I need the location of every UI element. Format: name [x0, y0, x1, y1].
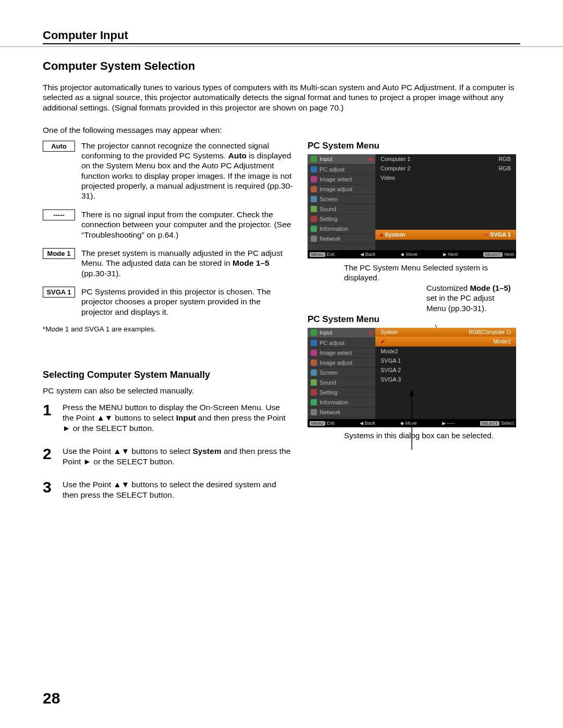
message-text: The preset system is manually adjusted i…	[81, 248, 293, 278]
step: 2Use the Point ▲▼ buttons to select Syst…	[43, 446, 293, 467]
osd-menu-item: Network	[308, 234, 375, 244]
section-header: Computer Input	[43, 29, 520, 44]
osd-menu-item: Sound	[308, 378, 375, 388]
divider	[0, 46, 563, 47]
osd-menu-icon	[311, 226, 317, 232]
osd-menu-icon	[311, 206, 317, 212]
osd-menu-icon	[311, 369, 317, 376]
osd-footer-item: SELECTNext	[483, 252, 514, 257]
osd-menu-icon	[311, 236, 317, 242]
message-label-box: SVGA 1	[43, 287, 75, 298]
messages-intro: One of the following messages may appear…	[43, 125, 520, 135]
message-row: Mode 1The preset system is manually adju…	[43, 248, 293, 278]
osd-system-option: SVGA 2	[375, 365, 516, 375]
osd-menu-icon	[311, 389, 317, 396]
osd-menu-item: Information	[308, 398, 375, 408]
osd-menu-item: Setting	[308, 388, 375, 398]
osd-footer-item: ◀ Back	[360, 252, 376, 257]
osd-menu-item: Image select	[308, 348, 375, 358]
osd-menu-item: Setting	[308, 214, 375, 224]
step-number: 2	[43, 446, 55, 462]
page-title: Computer System Selection	[43, 59, 520, 73]
step-number: 1	[43, 402, 55, 418]
osd-menu-item: Image adjust	[308, 358, 375, 368]
pc-system-menu-title-2: PC System Menu	[308, 314, 520, 325]
osd-menu-icon	[311, 176, 317, 182]
osd-menu-icon	[311, 340, 317, 346]
osd-input-row: Video	[375, 173, 516, 182]
message-label-box: Auto	[43, 141, 75, 152]
step: 1Press the MENU button to display the On…	[43, 402, 293, 434]
message-label-box: -----	[43, 209, 75, 220]
osd-menu-icon	[311, 360, 317, 366]
step-number: 3	[43, 479, 55, 495]
osd1-caption: The PC System Menu Selected system is di…	[308, 263, 520, 283]
osd-system-option: Mode2	[375, 347, 516, 356]
osd-menu-icon	[311, 379, 317, 386]
osd-system-option: SVGA 1	[375, 356, 516, 365]
manual-intro: PC system can also be selected manually.	[43, 386, 293, 396]
osd-menu-icon	[311, 216, 317, 222]
osd-menu-icon	[311, 196, 317, 202]
customized-mode-note: Customized Mode (1–5) set in the PC adju…	[426, 283, 515, 314]
step-text: Press the MENU button to display the On-…	[63, 402, 293, 434]
osd1-system-value: SVGA 1	[490, 231, 511, 238]
osd-footer-item: ◆ Move	[400, 421, 417, 426]
message-row: AutoThe projector cannot recognize the c…	[43, 141, 293, 201]
osd-menu-item: Image adjust	[308, 184, 375, 194]
osd-menu-icon	[311, 156, 317, 162]
osd-menu-item: Screen	[308, 194, 375, 204]
osd-input-row: Computer 1RGB	[375, 154, 516, 164]
osd-menu-icon	[311, 399, 317, 405]
step-text: Use the Point ▲▼ buttons to select Syste…	[63, 446, 293, 467]
osd2-title-right: RGB(Computer 1)	[469, 329, 511, 335]
osd-menu-item: PC adjust	[308, 338, 375, 348]
osd2-title-left: System	[381, 329, 398, 335]
osd-menu-item: PC adjust	[308, 165, 375, 175]
osd1-system-label: System	[385, 231, 405, 238]
osd-menu-item: Network	[308, 408, 375, 417]
intro-paragraph: This projector automatically tunes to va…	[43, 82, 520, 113]
page-number: 28	[43, 689, 60, 707]
message-text: PC Systems provided in this projector is…	[81, 287, 293, 317]
osd-footer-item: ◆ Move	[401, 252, 418, 257]
osd-menu-item: Sound	[308, 204, 375, 214]
osd-menu-item: Screen	[308, 368, 375, 378]
osd-menu-icon	[311, 186, 317, 192]
message-text: The projector cannot recognize the conne…	[81, 141, 293, 201]
osd-screenshot-1: Input ◀PC adjustImage selectImage adjust…	[308, 154, 516, 258]
osd-menu-icon	[311, 350, 317, 356]
osd-menu-item: Input ◀	[308, 328, 375, 338]
osd-system-option: ✔Mode1	[375, 337, 516, 347]
osd-menu-item: Input ◀	[308, 154, 375, 165]
osd-footer-item: MENUExit	[310, 421, 335, 426]
osd-footer-item: ▶ Next	[443, 252, 458, 257]
osd-menu-item: Information	[308, 224, 375, 234]
message-text: There is no signal input from the comput…	[81, 209, 293, 240]
osd-screenshot-2: Input ◀PC adjustImage selectImage adjust…	[308, 328, 516, 427]
osd-footer-item: ▶ -----	[442, 421, 455, 426]
osd-footer-item: SELECTSelect	[480, 421, 514, 426]
message-row: -----There is no signal input from the c…	[43, 209, 293, 240]
osd-menu-icon	[311, 409, 317, 415]
manual-title: Selecting Computer System Manually	[43, 369, 293, 380]
footnote: *Mode 1 and SVGA 1 are examples.	[43, 325, 293, 333]
pc-system-menu-title-1: PC System Menu	[308, 141, 520, 151]
osd-system-option: SVGA 3	[375, 375, 516, 384]
message-row: SVGA 1PC Systems provided in this projec…	[43, 287, 293, 317]
osd-input-row: Computer 2RGB	[375, 164, 516, 173]
osd-menu-icon	[311, 329, 317, 336]
step: 3Use the Point ▲▼ buttons to select the …	[43, 479, 293, 500]
message-label-box: Mode 1	[43, 248, 75, 259]
osd-footer-item: ◀ Back	[360, 421, 375, 426]
osd-menu-item: Image select	[308, 175, 375, 184]
osd2-caption: Systems in this dialog box can be select…	[308, 430, 520, 441]
osd-footer-item: MENUExit	[310, 252, 335, 257]
osd-menu-icon	[311, 166, 317, 172]
step-text: Use the Point ▲▼ buttons to select the d…	[63, 479, 293, 500]
